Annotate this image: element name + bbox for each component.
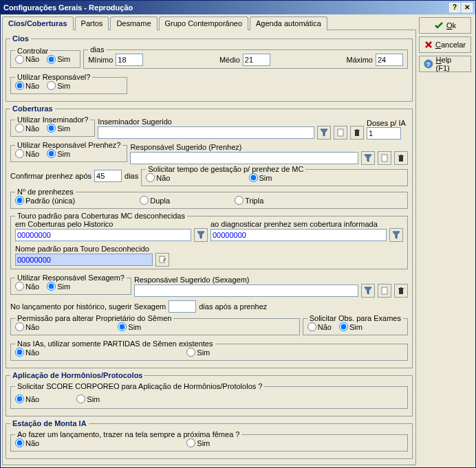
ok-button[interactable]: Ok [419, 17, 471, 34]
util-resp-pren-nao[interactable]: Não [15, 149, 39, 158]
medio-label: Médio [219, 56, 240, 64]
lanc-hist2-label: dias após a prenhez [199, 302, 267, 311]
sol-gest-legend: Solicitar tempo de gestação p/ prenhez d… [146, 165, 305, 173]
horm-q-group: Solicitar SCORE CORPOREO para Aplicação … [10, 382, 408, 409]
help-button[interactable]: ? [449, 3, 460, 12]
sol-gest-sim[interactable]: Sim [249, 173, 272, 182]
doses-input[interactable] [367, 127, 401, 140]
minimo-label: Mínimo [88, 56, 113, 64]
svg-text:?: ? [426, 60, 431, 68]
edit-icon[interactable] [155, 253, 169, 267]
controlar-sim[interactable]: Sim [47, 55, 70, 64]
tab-grupo[interactable]: Grupo Contemporâneo [159, 16, 249, 30]
funnel-icon[interactable] [194, 228, 208, 242]
check-icon [434, 21, 444, 30]
nas-ias-legend: Nas IAs, utilizar somente PARTIDAS de Sê… [15, 339, 215, 348]
horm-legend: Aplicação de Hormônios/Protocolos [10, 371, 144, 379]
minimo-input[interactable] [116, 54, 143, 66]
nas-ias-nao[interactable]: Não [15, 348, 39, 357]
coberturas-group: Coberturas Utilizar Inseminador? Não Sim… [6, 104, 413, 368]
resp-sug-sex-input[interactable] [134, 285, 358, 297]
new-icon[interactable] [334, 126, 347, 140]
util-insem-nao[interactable]: Não [15, 124, 39, 133]
cancel-button[interactable]: Cancelar [419, 36, 471, 53]
x-icon [424, 41, 433, 49]
n-pren-dupla[interactable]: Dupla [140, 196, 170, 205]
util-resp-sex-nao[interactable]: Não [15, 282, 39, 291]
perm-alt-sim[interactable]: Sim [118, 322, 141, 331]
dias-legend: dias [88, 45, 106, 54]
util-insem-sim[interactable]: Sim [47, 124, 70, 133]
util-insem-group: Utilizar Inseminador? Não Sim [10, 115, 95, 137]
window: Configurações Gerais - Reprodução ? ✕ Ci… [0, 0, 476, 468]
touro-group: Touro padrão para Coberturas MC desconhe… [10, 212, 408, 269]
util-resp-sex-sim[interactable]: Sim [47, 282, 70, 291]
est-q-legend: Ao fazer um lançamento, trazer na tela s… [15, 430, 241, 438]
util-resp-sex-legend: Utilizar Responsável Sexagem? [15, 274, 127, 282]
window-title: Configurações Gerais - Reprodução [3, 3, 448, 12]
nas-ias-sim[interactable]: Sim [186, 348, 210, 357]
touro1-input[interactable] [15, 229, 191, 241]
horm-sim[interactable]: Sim [76, 394, 100, 403]
resp-sug-pren-input[interactable] [130, 152, 358, 164]
controlar-legend: Controlar [15, 47, 50, 55]
tab-agenda[interactable]: Agenda automática [250, 16, 327, 30]
tab-partos[interactable]: Partos [75, 16, 109, 30]
perm-alt-group: Permissão para alterar Proprietário do S… [10, 314, 300, 335]
delete-icon[interactable] [350, 126, 364, 140]
n-pren-legend: Nº de prenhezes [15, 188, 76, 196]
cios-legend: Cios [10, 34, 31, 43]
nome-padrao-label: Nome padrão para Touro Desconhecido [15, 245, 403, 253]
help-button-side[interactable]: ? Help (F1) [419, 56, 471, 72]
touro-nome-input[interactable] [15, 254, 153, 266]
controlar-nao[interactable]: Não [15, 55, 39, 64]
medio-input[interactable] [243, 54, 270, 66]
cios-group: Cios Controlar Não Sim dias Mínimo [6, 34, 413, 102]
lanc-hist1-label: No lançamento por histórico, sugerir Sex… [10, 302, 166, 311]
new-icon[interactable] [378, 284, 391, 298]
util-resp-sim[interactable]: Sim [47, 81, 70, 90]
funnel-icon[interactable] [389, 228, 403, 242]
sol-obs-group: Solicitar Obs. para Exames Não Sim [303, 314, 408, 335]
tab-cios-coberturas[interactable]: Cios/Coberturas [2, 16, 74, 30]
sol-gest-nao[interactable]: Não [146, 173, 170, 182]
insem-sug-input[interactable] [98, 126, 314, 139]
em-cob-label: em Coberturas pelo Historico [15, 220, 208, 228]
coberturas-legend: Coberturas [10, 104, 55, 113]
n-pren-tripla[interactable]: Tripla [235, 196, 263, 205]
n-pren-padrao[interactable]: Padrão (única) [15, 196, 75, 205]
close-button[interactable]: ✕ [462, 3, 473, 12]
horm-nao[interactable]: Não [15, 394, 39, 403]
funnel-icon[interactable] [361, 151, 375, 165]
perm-alt-nao[interactable]: Não [15, 322, 39, 331]
touro-legend: Touro padrão para Coberturas MC desconhe… [15, 212, 187, 220]
util-resp-pren-group: Utilizar Responsável Prenhez? Não Sim [10, 141, 127, 162]
util-resp-pren-sim[interactable]: Sim [47, 149, 70, 158]
touro2-input[interactable] [210, 229, 387, 241]
est-q-group: Ao fazer um lançamento, trazer na tela s… [10, 430, 408, 452]
maximo-input[interactable] [376, 54, 403, 66]
controlar-group: Controlar Não Sim [10, 47, 80, 68]
delete-icon[interactable] [394, 151, 408, 165]
maximo-label: Máximo [346, 56, 373, 64]
est-nao[interactable]: Não [15, 438, 39, 447]
sol-obs-sim[interactable]: Sim [339, 322, 363, 331]
tab-bar: Cios/Coberturas Partos Desmame Grupo Con… [2, 16, 416, 30]
est-sim[interactable]: Sim [186, 438, 210, 447]
conf-pren-input[interactable] [94, 170, 122, 182]
perm-alt-legend: Permissão para alterar Proprietário do S… [15, 314, 173, 322]
tab-desmame[interactable]: Desmame [110, 16, 157, 30]
util-resp-nao[interactable]: Não [15, 81, 39, 90]
sol-gest-group: Solicitar tempo de gestação p/ prenhez d… [141, 165, 408, 186]
horm-group: Aplicação de Hormônios/Protocolos Solici… [6, 371, 413, 416]
sol-obs-nao[interactable]: Não [307, 322, 332, 331]
delete-icon[interactable] [394, 284, 408, 298]
doses-label: Doses p/ IA [367, 119, 408, 127]
new-icon[interactable] [378, 151, 391, 165]
funnel-icon[interactable] [361, 284, 375, 298]
util-insem-legend: Utilizar Inseminador? [15, 115, 90, 124]
resp-sug-sex-label: Responsável Sugerido (Sexagem) [134, 276, 408, 284]
lanc-hist-input[interactable] [169, 300, 196, 313]
funnel-icon[interactable] [317, 126, 331, 140]
nas-ias-group: Nas IAs, utilizar somente PARTIDAS de Sê… [10, 339, 408, 361]
